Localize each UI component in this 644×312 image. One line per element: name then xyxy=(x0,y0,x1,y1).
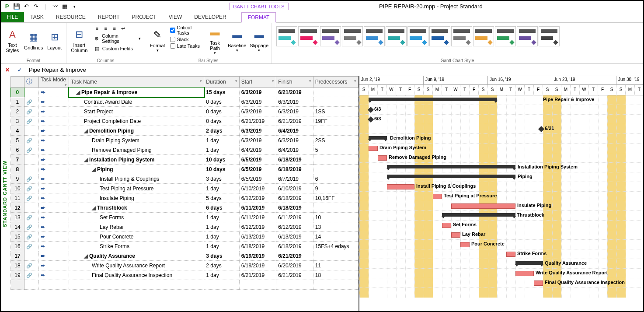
tab-developer[interactable]: DEVELOPER xyxy=(188,12,232,22)
start-cell[interactable]: 6/4/2019 xyxy=(239,145,276,155)
predecessors-cell[interactable]: 9 xyxy=(313,184,358,193)
gantt-style-swatch[interactable] xyxy=(495,26,516,46)
duration-cell[interactable]: 1 day xyxy=(204,232,239,242)
summary-bar[interactable] xyxy=(387,165,515,168)
gantt-style-swatch[interactable] xyxy=(451,26,472,46)
predecessors-cell[interactable]: 5 xyxy=(313,145,358,155)
slack-checkbox[interactable]: Slack xyxy=(170,36,203,42)
task-mode-cell[interactable]: ➨ xyxy=(38,145,69,155)
summary-bar[interactable] xyxy=(387,175,515,178)
milestone-marker[interactable] xyxy=(538,126,544,132)
collapse-icon[interactable]: ◢ xyxy=(92,166,96,172)
start-cell[interactable]: 6/3/2019 xyxy=(239,136,276,145)
task-row[interactable]: 13🔗➨Set Forms1 day6/11/20196/11/201910 xyxy=(11,213,359,222)
task-mode-cell[interactable]: ➨ xyxy=(38,222,69,232)
predecessors-cell[interactable]: 2SS xyxy=(313,136,358,145)
gantt-style-swatch[interactable] xyxy=(473,26,494,46)
start-cell[interactable]: 6/19/2019 xyxy=(239,261,276,270)
activity-icon[interactable]: 〰 xyxy=(51,2,59,11)
task-row[interactable]: 8➨◢Piping10 days6/5/20196/18/2019 xyxy=(11,165,359,174)
duration-cell[interactable]: 1 day xyxy=(204,184,239,193)
start-cell[interactable]: 6/13/2019 xyxy=(239,232,276,242)
task-mode-cell[interactable]: ➨ xyxy=(38,116,69,126)
task-name-cell[interactable]: Lay Rebar xyxy=(69,222,204,232)
row-number[interactable]: 18 xyxy=(11,261,24,270)
gantt-style-swatch[interactable] xyxy=(386,26,407,46)
start-cell[interactable]: 6/11/2019 xyxy=(239,213,276,222)
duration-cell[interactable]: 0 days xyxy=(204,107,239,116)
predecessors-cell[interactable]: 18 xyxy=(313,270,358,280)
task-mode-cell[interactable]: ➨ xyxy=(38,107,69,116)
duration-cell[interactable]: 1 day xyxy=(204,145,239,155)
slippage-button[interactable]: ▬ Slippage▾ xyxy=(249,25,269,56)
task-row[interactable]: 9🔗➨Install Piping & Couplings3 days6/5/2… xyxy=(11,174,359,184)
task-bar[interactable] xyxy=(433,194,442,199)
task-name-cell[interactable]: Install Piping & Couplings xyxy=(69,174,204,184)
task-bar[interactable] xyxy=(534,280,543,286)
predecessors-cell[interactable] xyxy=(313,251,358,261)
gantt-chart[interactable]: Jun 2, '19Jun 9, '19Jun 16, '19Jun 23, '… xyxy=(359,76,643,311)
duration-cell[interactable]: 1 day xyxy=(204,270,239,280)
start-cell[interactable]: 6/12/2019 xyxy=(239,193,276,203)
task-row[interactable]: 2🔗➨Start Project0 days6/3/20196/3/20191S… xyxy=(11,107,359,116)
finish-cell[interactable]: 6/3/2019 xyxy=(276,136,313,145)
task-row[interactable]: 3🔗➨Project Completion Date0 days6/21/201… xyxy=(11,116,359,126)
column-settings-button[interactable]: ⚙Column Settings▾ xyxy=(92,33,142,44)
start-cell[interactable]: 6/10/2019 xyxy=(239,184,276,193)
predecessors-cell[interactable] xyxy=(313,203,358,213)
duration-cell[interactable]: 15 days xyxy=(204,88,239,97)
task-name-cell[interactable]: Write Quality Assurance Report xyxy=(69,261,204,270)
task-row[interactable]: 1🔗➨Contract Award Date0 days6/3/20196/3/… xyxy=(11,97,359,107)
row-number[interactable]: 0 xyxy=(11,88,24,97)
task-mode-cell[interactable]: ➨ xyxy=(38,174,69,184)
predecessors-cell[interactable] xyxy=(313,97,358,107)
task-mode-cell[interactable]: ➨ xyxy=(38,232,69,242)
task-mode-cell[interactable]: ➨ xyxy=(38,88,69,97)
task-name-cell[interactable]: ◢Quality Assurance xyxy=(69,251,204,261)
task-bar[interactable] xyxy=(442,223,451,228)
row-number[interactable]: 8 xyxy=(11,165,24,174)
predecessors-cell[interactable]: 13 xyxy=(313,222,358,232)
custom-fields-button[interactable]: ▤Custom Fields xyxy=(92,45,142,53)
start-cell[interactable]: 6/12/2019 xyxy=(239,222,276,232)
task-bar[interactable] xyxy=(460,242,470,247)
gantt-style-swatch[interactable] xyxy=(342,26,363,46)
predecessors-cell[interactable]: 19FF xyxy=(313,116,358,126)
late-tasks-checkbox[interactable]: Late Tasks xyxy=(170,43,203,49)
row-number[interactable]: 6 xyxy=(11,145,24,155)
chevron-down-icon[interactable]: ▾ xyxy=(65,83,67,87)
gantt-style-swatch[interactable] xyxy=(517,26,538,46)
task-mode-cell[interactable]: ➨ xyxy=(38,270,69,280)
row-header-corner[interactable] xyxy=(11,77,24,88)
collapse-icon[interactable]: ◢ xyxy=(84,128,88,134)
duration-cell[interactable]: 0 days xyxy=(204,116,239,126)
qat-dropdown-icon[interactable]: ▾ xyxy=(70,2,79,11)
gantt-style-swatch[interactable] xyxy=(539,26,560,46)
task-mode-cell[interactable]: ➨ xyxy=(38,136,69,145)
duration-cell[interactable]: 10 days xyxy=(204,165,239,174)
task-row[interactable]: 4➨◢Demolition Piping2 days6/3/20196/4/20… xyxy=(11,126,359,136)
col-start[interactable]: Start▾ xyxy=(239,77,276,88)
finish-cell[interactable]: 6/4/2019 xyxy=(276,145,313,155)
finish-cell[interactable]: 6/21/2019 xyxy=(276,88,313,97)
gantt-style-swatch[interactable] xyxy=(320,26,341,46)
gantt-style-swatch[interactable] xyxy=(364,26,385,46)
task-row[interactable]: 16🔗➨Strike Forms1 day6/18/20196/18/20191… xyxy=(11,242,359,251)
start-cell[interactable]: 6/3/2019 xyxy=(239,107,276,116)
task-name-cell[interactable]: Drain Piping System xyxy=(69,136,204,145)
finish-cell[interactable]: 6/18/2019 xyxy=(276,193,313,203)
predecessors-cell[interactable]: 15FS+4 edays xyxy=(313,242,358,251)
start-cell[interactable]: 6/3/2019 xyxy=(239,88,276,97)
gridlines-button[interactable]: ▦ Gridlines xyxy=(24,25,43,56)
row-number[interactable]: 17 xyxy=(11,251,24,261)
start-cell[interactable]: 6/5/2019 xyxy=(239,165,276,174)
finish-cell[interactable]: 6/3/2019 xyxy=(276,97,313,107)
gantt-style-swatch[interactable] xyxy=(298,26,319,46)
finish-cell[interactable]: 6/21/2019 xyxy=(276,270,313,280)
gantt-style-swatch[interactable] xyxy=(429,26,450,46)
summary-bar[interactable] xyxy=(442,213,515,217)
tab-file[interactable]: FILE xyxy=(1,12,24,22)
task-name-cell[interactable]: Contract Award Date xyxy=(69,97,204,107)
baseline-button[interactable]: ▬ Baseline▾ xyxy=(227,25,247,56)
task-row[interactable]: 10🔗➨Test Piping at Pressure1 day6/10/201… xyxy=(11,184,359,193)
